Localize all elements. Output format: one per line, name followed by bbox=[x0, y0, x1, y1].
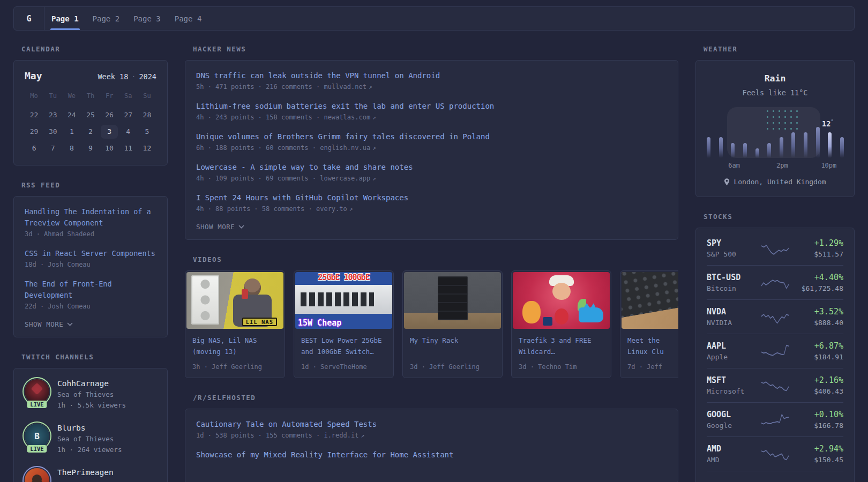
video-thumbnail[interactable]: 25GbE 100GbE 15W Cheap bbox=[295, 272, 392, 329]
video-title: Big NAS, Lil NAS (moving 13) bbox=[192, 335, 278, 357]
rss-item: Handling The Indentation of a Treeview C… bbox=[25, 206, 156, 238]
stock-change: +1.29% bbox=[794, 238, 843, 248]
hn-item-title: I Spent 24 Hours with GitHub Copilot Wor… bbox=[196, 193, 408, 202]
video-thumbnail[interactable]: FA bbox=[622, 272, 678, 329]
stock-values: +4.40%$61,725.48 bbox=[794, 273, 843, 292]
stock-id: GOOGLGoogle bbox=[707, 410, 756, 430]
video-card[interactable]: LIL NAS Big NAS, Lil NAS (moving 13) 3h … bbox=[185, 270, 285, 378]
stock-price: $406.43 bbox=[794, 387, 843, 395]
video-card[interactable]: FA Meet the Linux Clu 7d · Jeff bbox=[620, 270, 678, 378]
calendar-day: 27 bbox=[119, 108, 137, 122]
stock-price: $184.91 bbox=[794, 353, 843, 361]
chevron-down-icon bbox=[67, 322, 73, 326]
stock-row[interactable]: AAPLApple +6.87%$184.91 bbox=[707, 334, 843, 368]
weather-location-row[interactable]: London, United Kingdom bbox=[707, 178, 843, 186]
video-card-body: My Tiny Rack 3d · Jeff Geerling bbox=[403, 330, 502, 378]
weather-bar bbox=[719, 137, 723, 158]
calendar-month: May bbox=[25, 70, 98, 81]
stock-sparkline bbox=[761, 411, 789, 429]
stock-row[interactable]: RDDT -1.65% bbox=[707, 471, 843, 482]
stock-sparkline bbox=[761, 274, 789, 292]
thumbnail-art bbox=[579, 307, 603, 322]
rss-item-link[interactable]: The End of Front-End Development bbox=[25, 278, 156, 301]
time-tick: 6am bbox=[728, 162, 740, 169]
stock-row[interactable]: MSFTMicrosoft +2.16%$406.43 bbox=[707, 368, 843, 402]
calendar-day: 22 bbox=[26, 108, 43, 122]
hn-item-meta: 5h · 471 points · 216 comments · mullvad… bbox=[196, 83, 667, 91]
stock-symbol: GOOGL bbox=[707, 410, 756, 419]
video-card[interactable]: 25GbE 100GbE 15W Cheap BEST Low Power 25… bbox=[294, 270, 394, 378]
twitch-channel-info: ThePrimeagen bbox=[57, 467, 114, 482]
hn-item-link[interactable]: Unique volumes of Brothers Grimm fairy t… bbox=[196, 131, 667, 142]
reddit-item-meta-text: 1d · 538 points · 155 comments · i.redd.… bbox=[196, 432, 358, 439]
thumbnail-text: LIL NAS bbox=[242, 318, 277, 326]
degree-mark: ° bbox=[830, 119, 833, 124]
weather-title: WEATHER bbox=[704, 45, 855, 53]
video-title: BEST Low Power 25GbE and 100GbE Switch… bbox=[301, 335, 386, 357]
hn-item: Lowercase - A simple way to take and sha… bbox=[196, 162, 667, 182]
hn-item-link[interactable]: Lithium-free sodium batteries exit the l… bbox=[196, 101, 667, 112]
tab-page-4[interactable]: Page 4 bbox=[168, 7, 209, 30]
rss-item-link[interactable]: Handling The Indentation of a Treeview C… bbox=[25, 206, 156, 229]
video-meta: 3d · Jeff Geerling bbox=[410, 363, 495, 371]
reddit-item-link[interactable]: Cautionary Tale on Automated Speed Tests bbox=[196, 419, 667, 430]
hn-item: I Spent 24 Hours with GitHub Copilot Wor… bbox=[196, 192, 667, 213]
video-thumbnail[interactable] bbox=[404, 272, 501, 329]
video-thumbnail[interactable] bbox=[513, 272, 610, 329]
video-thumbnail[interactable]: LIL NAS bbox=[186, 272, 283, 329]
tab-page-2[interactable]: Page 2 bbox=[86, 7, 127, 30]
weather-chart: 12° bbox=[707, 111, 844, 158]
rss-card: Handling The Indentation of a Treeview C… bbox=[13, 196, 168, 337]
stock-values: +2.94%$150.45 bbox=[794, 444, 843, 464]
thumbnail-text: 15W Cheap bbox=[298, 318, 341, 328]
video-card[interactable]: Traefik 3 and FREE Wildcard… 3d · Techno… bbox=[511, 270, 611, 378]
stock-row[interactable]: BTC-USDBitcoin +4.40%$61,725.48 bbox=[707, 265, 843, 299]
weather-condition: Rain bbox=[707, 73, 843, 84]
thumbnail-art bbox=[191, 275, 219, 325]
twitch-channel-viewers: 1h · 5.5k viewers bbox=[57, 400, 126, 411]
hn-show-more-button[interactable]: SHOW MORE bbox=[196, 223, 667, 231]
app-logo[interactable]: G bbox=[14, 7, 44, 30]
stock-row[interactable]: SPYS&P 500 +1.29%$511.57 bbox=[707, 231, 843, 265]
video-card[interactable]: My Tiny Rack 3d · Jeff Geerling bbox=[402, 270, 503, 378]
rss-show-more-button[interactable]: SHOW MORE bbox=[25, 320, 156, 328]
twitch-channel-game: Sea of Thieves bbox=[57, 389, 126, 400]
stock-name: S&P 500 bbox=[707, 250, 756, 258]
weather-temp-value: 12 bbox=[822, 119, 830, 127]
twitch-channel-game: Sea of Thieves bbox=[57, 434, 122, 445]
rss-item-link[interactable]: CSS in React Server Components bbox=[25, 248, 156, 259]
calendar-card: May Week 18 · 2024 Mo Tu We Th Fr Sa Su … bbox=[13, 60, 168, 165]
hn-item-meta-text: 5h · 471 points · 216 comments · mullvad… bbox=[196, 83, 366, 91]
rain-dots-pattern bbox=[765, 108, 800, 134]
weekday-label: Mo bbox=[25, 92, 43, 100]
tab-page-3[interactable]: Page 3 bbox=[126, 7, 168, 30]
reddit-item-meta: 1d · 538 points · 155 comments · i.redd.… bbox=[196, 432, 667, 439]
stock-change: +2.94% bbox=[794, 444, 843, 454]
stock-row[interactable]: NVDANVIDIA +3.52%$888.40 bbox=[707, 299, 843, 334]
tab-page-1[interactable]: Page 1 bbox=[44, 7, 86, 30]
twitch-channel-row[interactable]: LIVE CohhCarnage Sea of Thieves 1h · 5.5… bbox=[25, 378, 156, 411]
hn-item-link[interactable]: DNS traffic can leak outside the VPN tun… bbox=[196, 70, 667, 81]
weather-bar bbox=[755, 148, 759, 158]
stock-change: +3.52% bbox=[794, 307, 843, 317]
hn-item-link[interactable]: I Spent 24 Hours with GitHub Copilot Wor… bbox=[196, 192, 667, 204]
hn-item: Unique volumes of Brothers Grimm fairy t… bbox=[196, 131, 667, 152]
weather-bar bbox=[804, 132, 807, 158]
twitch-card: LIVE CohhCarnage Sea of Thieves 1h · 5.5… bbox=[13, 368, 168, 482]
stock-row[interactable]: GOOGLGoogle +0.10%$166.78 bbox=[707, 402, 843, 436]
twitch-channel-row[interactable]: ThePrimeagen bbox=[25, 467, 156, 482]
stock-row[interactable]: AMDAMD +2.94%$150.45 bbox=[707, 436, 843, 471]
stocks-card: SPYS&P 500 +1.29%$511.57 BTC-USDBitcoin … bbox=[695, 228, 855, 482]
video-title: Meet the Linux Clu bbox=[627, 335, 678, 357]
video-card-body: Meet the Linux Clu 7d · Jeff bbox=[620, 330, 678, 378]
stock-name: Apple bbox=[707, 353, 756, 361]
hn-item-title: Lithium-free sodium batteries exit the l… bbox=[196, 102, 494, 110]
rss-item-meta: 22d · Josh Comeau bbox=[25, 303, 156, 310]
thumbnail-text: 25GbE 100GbE bbox=[295, 273, 392, 282]
twitch-channel-name: ThePrimeagen bbox=[57, 467, 114, 478]
twitch-channel-row[interactable]: B LIVE Blurbs Sea of Thieves 1h · 264 vi… bbox=[25, 423, 156, 455]
calendar-day: 24 bbox=[63, 108, 80, 122]
calendar-day: 1 bbox=[63, 125, 80, 139]
reddit-item-link[interactable]: Showcase of my Mixed Reality Interface f… bbox=[196, 449, 667, 461]
hn-item-link[interactable]: Lowercase - A simple way to take and sha… bbox=[196, 162, 667, 173]
